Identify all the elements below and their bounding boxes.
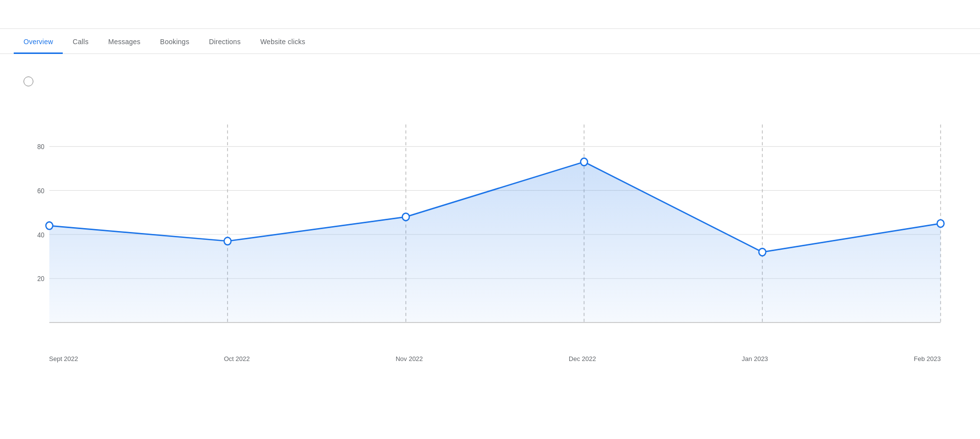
svg-point-13	[46, 222, 53, 229]
main-content: 20406080 Sept 2022Oct 2022Nov 2022Dec 20…	[0, 54, 980, 359]
header-right	[917, 9, 966, 28]
header	[0, 0, 980, 29]
chart-svg: 20406080	[20, 114, 960, 349]
x-label: Dec 2022	[569, 355, 596, 362]
svg-text:80: 80	[37, 143, 45, 151]
x-label: Feb 2023	[914, 355, 941, 362]
x-label: Nov 2022	[396, 355, 423, 362]
tab-calls[interactable]: Calls	[63, 31, 98, 54]
tab-overview[interactable]: Overview	[14, 31, 63, 54]
tab-bookings[interactable]: Bookings	[151, 31, 200, 54]
more-button[interactable]	[917, 9, 937, 28]
x-label: Oct 2022	[224, 355, 250, 362]
svg-text:60: 60	[37, 187, 45, 195]
back-button[interactable]	[9, 9, 28, 28]
svg-point-16	[580, 158, 587, 165]
tab-directions[interactable]: Directions	[199, 31, 251, 54]
svg-point-17	[759, 248, 766, 256]
svg-text:40: 40	[37, 231, 45, 239]
metric-subtitle	[20, 77, 960, 86]
info-icon[interactable]	[24, 77, 33, 86]
header-left	[9, 9, 37, 28]
svg-text:20: 20	[37, 275, 45, 283]
x-label: Sept 2022	[49, 355, 78, 362]
svg-point-18	[937, 220, 944, 227]
close-button[interactable]	[947, 9, 966, 28]
x-labels: Sept 2022Oct 2022Nov 2022Dec 2022Jan 202…	[20, 351, 960, 362]
tab-website-clicks[interactable]: Website clicks	[251, 31, 315, 54]
tab-messages[interactable]: Messages	[99, 31, 151, 54]
x-label: Jan 2023	[742, 355, 768, 362]
tabs-bar: Overview Calls Messages Bookings Directi…	[0, 31, 980, 54]
svg-point-14	[224, 237, 231, 245]
chart-container: 20406080 Sept 2022Oct 2022Nov 2022Dec 20…	[20, 104, 960, 359]
svg-point-15	[402, 213, 409, 221]
